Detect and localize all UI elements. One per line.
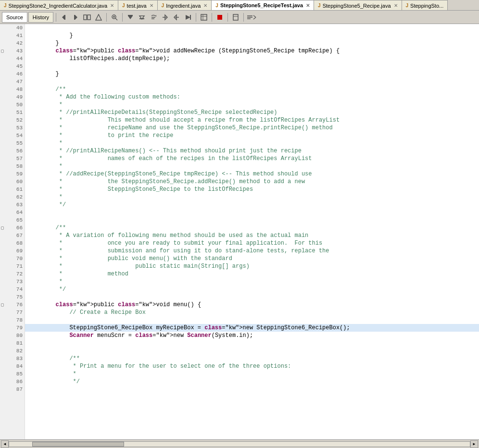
- code-line-85[interactable]: *: [25, 370, 479, 378]
- navigate-forward-btn[interactable]: [70, 12, 81, 23]
- tab-RecipeTest[interactable]: J SteppingStone5_RecipeTest.java ✕: [212, 0, 314, 11]
- code-line-43[interactable]: class="kw">public class="kw">void addNew…: [25, 47, 479, 55]
- code-line-83[interactable]: /**: [25, 355, 479, 362]
- step-into-btn[interactable]: [160, 12, 170, 23]
- code-line-72[interactable]: * method: [25, 270, 479, 278]
- line-number-80: 80: [0, 332, 25, 339]
- history-tab[interactable]: History: [28, 12, 53, 23]
- stop-btn[interactable]: [214, 12, 225, 23]
- code-line-70[interactable]: * public void menu() with the standard: [25, 255, 479, 262]
- code-line-59[interactable]: * //addRecipe(SteppingStone5_Recipe tmpR…: [25, 170, 479, 178]
- code-area[interactable]: } } class="kw">public class="kw">void ad…: [25, 24, 479, 439]
- code-line-57[interactable]: * names of each of the recipes in the li…: [25, 155, 479, 162]
- code-line-58[interactable]: *: [25, 162, 479, 170]
- code-line-61[interactable]: * SteppingStone5_Recipe to the listOfRec…: [25, 186, 479, 193]
- fold-icon-43[interactable]: ▢: [1, 48, 4, 54]
- fold-icon-66[interactable]: ▢: [1, 225, 4, 231]
- code-line-40[interactable]: [25, 24, 479, 32]
- scroll-thumb[interactable]: [32, 442, 125, 447]
- line-number-45: 45: [0, 62, 25, 70]
- navigate-back-btn[interactable]: [59, 12, 69, 23]
- step-out-btn[interactable]: [171, 12, 182, 23]
- code-line-78[interactable]: [25, 316, 479, 324]
- line-number-44: 44: [0, 55, 25, 62]
- code-line-49[interactable]: * Add the following custom methods:: [25, 93, 479, 101]
- scroll-track[interactable]: [9, 441, 470, 447]
- expand-btn[interactable]: [93, 12, 104, 23]
- code-line-87[interactable]: [25, 386, 479, 393]
- code-line-86[interactable]: */: [25, 378, 479, 386]
- code-line-50[interactable]: *: [25, 101, 479, 109]
- code-line-79[interactable]: SteppingStone6_RecipeBox myRecipeBox = c…: [25, 324, 479, 332]
- code-line-60[interactable]: * the SteppingStone5_Recipe.addRecipe() …: [25, 178, 479, 186]
- next-match-btn[interactable]: [137, 12, 147, 23]
- toggle-comment-btn[interactable]: [246, 12, 257, 23]
- code-line-71[interactable]: * public static main(String[] args): [25, 262, 479, 270]
- code-line-80[interactable]: Scanner menuScnr = class="kw">new Scanne…: [25, 332, 479, 339]
- code-line-47[interactable]: [25, 78, 479, 86]
- line-number-57: 57: [0, 155, 25, 162]
- code-line-66[interactable]: /**: [25, 224, 479, 232]
- code-line-74[interactable]: */: [25, 286, 479, 293]
- line-number-74: 74: [0, 286, 25, 293]
- code-line-54[interactable]: * to print the recipe: [25, 132, 479, 139]
- code-line-68[interactable]: * once you are ready to submit your fina…: [25, 239, 479, 247]
- run-to-cursor-btn[interactable]: [183, 12, 193, 23]
- code-line-45[interactable]: [25, 62, 479, 70]
- tab-bar: J SteppingStone2_IngredientCalculator.ja…: [0, 0, 479, 11]
- tab-Ingredient[interactable]: J Ingredient.java ✕: [158, 0, 212, 11]
- apply-diff-btn[interactable]: [199, 12, 209, 23]
- svg-marker-2: [75, 15, 77, 20]
- code-line-75[interactable]: [25, 293, 479, 301]
- svg-rect-3: [74, 15, 75, 20]
- code-line-73[interactable]: *: [25, 278, 479, 286]
- code-line-48[interactable]: /**: [25, 86, 479, 93]
- source-tab[interactable]: Source: [2, 12, 27, 23]
- svg-rect-27: [217, 15, 222, 20]
- close-icon[interactable]: ✕: [203, 3, 207, 8]
- line-number-47: 47: [0, 78, 25, 86]
- toggle-btn[interactable]: [82, 12, 92, 23]
- line-number-73: 73: [0, 278, 25, 286]
- code-line-64[interactable]: [25, 209, 479, 216]
- code-line-46[interactable]: }: [25, 70, 479, 78]
- code-line-84[interactable]: * Print a menu for the user to select on…: [25, 362, 479, 370]
- tab-SteppingSto[interactable]: J SteppingSto...: [402, 0, 448, 11]
- line-number-81: 81: [0, 339, 25, 347]
- scroll-right-arrow[interactable]: ▶: [470, 440, 478, 448]
- prev-match-btn[interactable]: [125, 12, 136, 23]
- code-line-41[interactable]: }: [25, 32, 479, 39]
- zoom-in-btn[interactable]: [109, 12, 120, 23]
- code-line-44[interactable]: listOfRecipes.add(tmpRecipe);: [25, 55, 479, 62]
- line-number-83: 83: [0, 355, 25, 362]
- code-line-42[interactable]: }: [25, 39, 479, 47]
- code-line-69[interactable]: * submission and for using it to do stan…: [25, 247, 479, 255]
- close-icon[interactable]: ✕: [110, 3, 114, 8]
- tab-Recipe[interactable]: J SteppingStone5_Recipe.java ✕: [314, 0, 402, 11]
- step-over-btn[interactable]: [148, 12, 159, 23]
- code-line-56[interactable]: * //printAllRecipeNames() <-- This metho…: [25, 147, 479, 155]
- code-line-81[interactable]: [25, 339, 479, 347]
- code-line-62[interactable]: *: [25, 193, 479, 201]
- scroll-left-arrow[interactable]: ◀: [1, 440, 9, 448]
- tab-test[interactable]: J test.java ✕: [118, 0, 158, 11]
- code-line-52[interactable]: * This method should accept a recipe fro…: [25, 116, 479, 124]
- line-number-68: 68: [0, 239, 25, 247]
- code-line-77[interactable]: // Create a Recipe Box: [25, 309, 479, 316]
- code-line-55[interactable]: *: [25, 139, 479, 147]
- code-line-63[interactable]: */: [25, 201, 479, 209]
- close-icon[interactable]: ✕: [306, 3, 310, 8]
- code-line-53[interactable]: * recipeName and use the SteppingStone5_…: [25, 124, 479, 132]
- tab-SteppingStone2[interactable]: J SteppingStone2_IngredientCalculator.ja…: [0, 0, 118, 11]
- code-line-82[interactable]: [25, 347, 479, 355]
- close-icon[interactable]: ✕: [150, 3, 153, 8]
- code-line-51[interactable]: * //printAllRecipeDetails(SteppingStone5…: [25, 109, 479, 116]
- close-icon[interactable]: ✕: [394, 3, 398, 8]
- bookmark-btn[interactable]: [230, 12, 241, 23]
- line-number-42: 42: [0, 39, 25, 47]
- java-icon: J: [4, 3, 7, 8]
- code-line-65[interactable]: [25, 216, 479, 224]
- code-line-76[interactable]: class="kw">public class="kw">void menu()…: [25, 301, 479, 309]
- fold-icon-76[interactable]: ▢: [1, 302, 4, 308]
- code-line-67[interactable]: * A variation of following menu method s…: [25, 232, 479, 239]
